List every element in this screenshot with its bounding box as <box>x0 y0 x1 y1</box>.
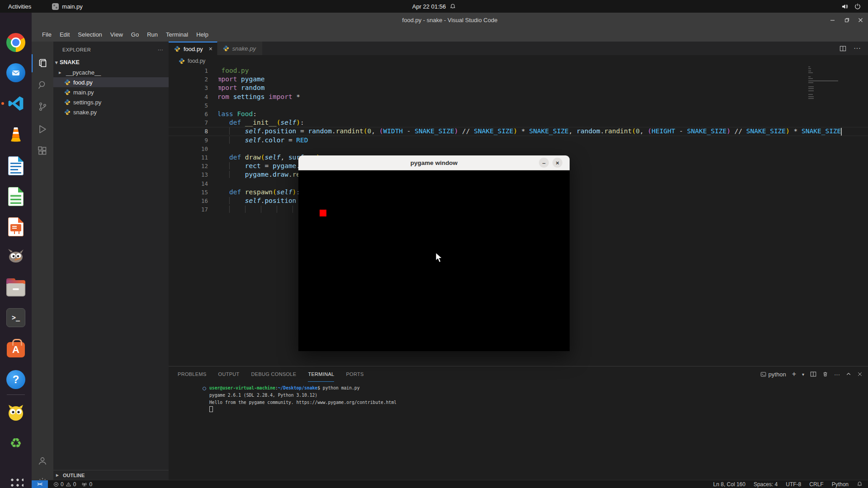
vscode-icon[interactable] <box>5 93 27 114</box>
remote-indicator[interactable]: >< <box>32 480 48 488</box>
panel-more-actions[interactable]: ··· <box>834 371 840 378</box>
tab-close-icon[interactable]: × <box>209 45 212 52</box>
close-button[interactable] <box>854 13 867 27</box>
help-icon[interactable]: ? <box>5 369 27 390</box>
terminal-output[interactable]: user@user-virtual-machine:~/Desktop/snak… <box>209 385 859 480</box>
panel-tab-problems[interactable]: PROBLEMS <box>178 366 207 382</box>
chrome-icon[interactable] <box>5 32 27 53</box>
status-bell-icon[interactable] <box>857 481 863 487</box>
menu-terminal[interactable]: Terminal <box>162 29 192 40</box>
file-food.py[interactable]: food.py <box>53 77 169 87</box>
run-debug-icon[interactable] <box>32 120 53 138</box>
problems-status[interactable]: 0 0 <box>53 481 76 488</box>
ubuntu-software-icon[interactable]: A <box>5 338 27 359</box>
python-file-icon <box>179 58 185 64</box>
thunderbird-icon[interactable] <box>5 62 27 84</box>
editor-more-actions[interactable]: ··· <box>854 44 861 52</box>
explorer-more-actions[interactable]: ··· <box>158 47 163 52</box>
notification-bell-icon <box>450 4 456 9</box>
pygame-title-bar[interactable]: pygame window – × <box>298 155 570 170</box>
vscode-title-bar[interactable]: food.py - snake - Visual Studio Code <box>32 13 868 27</box>
terminal-dropdown-chevron[interactable]: ▾ <box>802 372 804 377</box>
file-snake.py[interactable]: snake.py <box>53 107 169 117</box>
close-panel-icon[interactable] <box>857 371 863 377</box>
gimp-icon[interactable] <box>5 245 27 267</box>
focused-app-indicator[interactable]: main.py <box>52 3 83 10</box>
panel-tab-debug-console[interactable]: DEBUG CONSOLE <box>251 366 297 382</box>
split-terminal-icon[interactable] <box>810 371 816 377</box>
breadcrumb[interactable]: food.py <box>169 55 868 66</box>
terminal-app-icon[interactable]: >_ <box>5 307 27 328</box>
project-root-row[interactable]: ▾SNAKE <box>53 57 169 67</box>
minimap-line <box>808 72 813 73</box>
file-__pycache__[interactable]: ▸__pycache__ <box>53 67 169 77</box>
vlc-icon[interactable] <box>5 123 27 145</box>
menu-view[interactable]: View <box>106 29 127 40</box>
volume-icon[interactable] <box>841 3 848 10</box>
menu-edit[interactable]: Edit <box>56 29 74 40</box>
power-icon[interactable] <box>854 3 861 9</box>
search-icon[interactable] <box>32 76 53 94</box>
minimap[interactable] <box>808 66 840 100</box>
tab-snake.py[interactable]: snake.py <box>217 42 263 55</box>
clock[interactable]: Apr 22 01:56 <box>412 3 446 10</box>
minimap-line <box>808 88 814 89</box>
menu-run[interactable]: Run <box>143 29 162 40</box>
status-ln[interactable]: Ln 8, Col 160 <box>713 481 745 488</box>
minimap-line <box>808 80 838 81</box>
panel-tab-terminal[interactable]: TERMINAL <box>308 366 334 382</box>
menu-go[interactable]: Go <box>127 29 143 40</box>
maximize-panel-chevron[interactable] <box>846 371 851 377</box>
file-settings.py[interactable]: settings.py <box>53 97 169 107</box>
status-spaces[interactable]: Spaces: 4 <box>754 481 778 488</box>
yellow-monster-app-icon[interactable] <box>5 402 27 423</box>
ubuntu-dock: >_ A ? ♻ <box>0 13 32 488</box>
menu-help[interactable]: Help <box>192 29 212 40</box>
libreoffice-calc-icon[interactable] <box>5 186 27 207</box>
panel-tab-output[interactable]: OUTPUT <box>218 366 240 382</box>
minimap-line <box>808 66 810 67</box>
restore-button[interactable] <box>840 13 854 27</box>
status-crlf[interactable]: CRLF <box>809 481 823 488</box>
ports-status[interactable]: 0 <box>81 481 92 488</box>
breadcrumb-item[interactable]: food.py <box>188 58 205 64</box>
mouse-cursor <box>435 252 446 264</box>
activities-button[interactable]: Activities <box>0 0 39 13</box>
terminal-profile[interactable]: python <box>760 371 786 378</box>
vertical-scrollbar[interactable] <box>863 66 868 366</box>
status-utf-8[interactable]: UTF-8 <box>786 481 801 488</box>
extensions-icon[interactable] <box>32 142 53 160</box>
files-icon[interactable] <box>5 277 27 298</box>
warning-icon <box>66 482 71 487</box>
minimize-button[interactable] <box>826 13 839 27</box>
panel-tab-ports[interactable]: PORTS <box>346 366 363 382</box>
kill-terminal-icon[interactable] <box>822 371 828 377</box>
panel-header: PROBLEMSOUTPUTDEBUG CONSOLETERMINALPORTS… <box>169 366 868 382</box>
pygame-window: pygame window – × <box>298 155 570 351</box>
split-editor-icon[interactable] <box>840 45 846 52</box>
pygame-close-button[interactable]: × <box>552 158 562 168</box>
account-icon[interactable] <box>32 452 53 470</box>
libreoffice-impress-icon[interactable] <box>5 216 27 238</box>
pygame-canvas <box>298 170 570 351</box>
new-terminal-button[interactable]: + <box>792 370 796 378</box>
status-python[interactable]: Python <box>832 481 849 488</box>
minimap-line <box>808 82 813 83</box>
source-control-icon[interactable] <box>32 98 53 116</box>
error-icon <box>53 482 59 487</box>
code-line: self.position = random.randint(0, (WIDTH… <box>218 127 841 136</box>
explorer-icon[interactable] <box>32 54 53 72</box>
menu-file[interactable]: File <box>38 29 56 40</box>
libreoffice-writer-icon[interactable] <box>5 155 27 177</box>
tab-food.py[interactable]: food.py× <box>169 42 217 55</box>
recycle-icon[interactable]: ♻ <box>5 432 27 454</box>
code-line: import random <box>218 84 841 92</box>
outline-section[interactable]: ▸OUTLINE <box>53 470 169 480</box>
minimap-line <box>808 78 813 79</box>
pygame-minimize-button[interactable]: – <box>539 158 549 168</box>
command-decoration[interactable] <box>203 387 206 390</box>
desktop: Activities main.py Apr 22 01:56 <box>0 0 868 488</box>
show-applications-button[interactable] <box>5 473 27 488</box>
menu-selection[interactable]: Selection <box>74 29 106 40</box>
file-main.py[interactable]: main.py <box>53 87 169 97</box>
